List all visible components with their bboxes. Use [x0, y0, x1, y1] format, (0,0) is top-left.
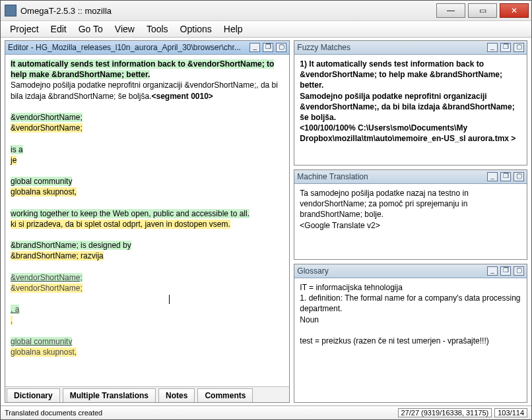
app-icon — [5, 5, 17, 16]
mt-text: Ta samodejno pošilja podatke nazaj na te… — [300, 188, 521, 220]
editor-pane-header[interactable]: Editor - HG_Mozilla_releases_l10n_aurora… — [5, 41, 289, 55]
fuzzy-dock-icon[interactable]: ▢ — [514, 43, 524, 52]
segment-target-text: Samodejno pošilja podatke neprofitni org… — [11, 80, 278, 100]
mt-body[interactable]: Ta samodejno pošilja podatke nazaj na te… — [294, 184, 527, 259]
glossary-minimize-icon[interactable]: _ — [487, 266, 498, 276]
close-button[interactable]: ✕ — [500, 3, 529, 18]
editor-pane-title: Editor - HG_Mozilla_releases_l10n_aurora… — [8, 43, 241, 52]
text-cursor — [169, 295, 170, 304]
segment-target: globalna skupnost, — [11, 187, 77, 196]
workarea: Editor - HG_Mozilla_releases_l10n_aurora… — [1, 38, 531, 405]
menubar: Project Edit Go To View Tools Options He… — [1, 21, 531, 38]
segment-source: is a — [11, 145, 23, 154]
mt-engine: <Google Translate v2> — [300, 220, 521, 231]
segment-source: working together to keep the Web open, p… — [11, 209, 249, 218]
segment-source: &brandShortName; is designed by — [11, 241, 131, 250]
segment-target: ki si prizadeva, da bi splet ostal odprt… — [11, 220, 230, 229]
status-counts: 27/27 (9319/16338, 31175) — [398, 408, 492, 417]
fuzzy-score: <100/100/100% C:\Users\smo\Documents\My … — [300, 123, 521, 144]
glossary-entry: IT = informacijska tehnologija — [300, 282, 521, 293]
fuzzy-target: Samodejno pošilja podatke neprofitni org… — [300, 91, 521, 123]
menu-goto[interactable]: Go To — [73, 22, 108, 36]
mt-pane-title: Machine Translation — [297, 172, 368, 181]
segment-target: &brandShortName; razvija — [11, 251, 104, 260]
segment-source: It automatically sends test information … — [11, 59, 274, 79]
glossary-dock-icon[interactable]: ▢ — [514, 266, 524, 276]
fuzzy-maximize-icon[interactable]: ❐ — [500, 43, 511, 52]
minimize-button[interactable]: — — [436, 3, 465, 18]
fuzzy-body[interactable]: 1) It automatically sends test informati… — [294, 55, 527, 165]
segment-source: global community — [11, 337, 72, 346]
window-title: OmegaT-2.5.3 :: mozilla — [20, 6, 112, 16]
fuzzy-pane-header[interactable]: Fuzzy Matches _ ❐ ▢ — [294, 41, 527, 55]
titlebar: OmegaT-2.5.3 :: mozilla — ▭ ✕ — [1, 1, 531, 21]
statusbar: Translated documents created 27/27 (9319… — [1, 405, 531, 419]
mt-maximize-icon[interactable]: ❐ — [500, 172, 511, 181]
mt-dock-icon[interactable]: ▢ — [514, 172, 524, 181]
window-buttons: — ▭ ✕ — [436, 3, 529, 18]
segment-source: &vendorShortName; — [11, 113, 83, 122]
segment-target: &vendorShortName; — [11, 284, 83, 293]
status-message: Translated documents created — [5, 409, 102, 417]
segment-target: globalna skupnost, — [11, 347, 77, 357]
menu-view[interactable]: View — [110, 22, 140, 36]
glossary-definition: 1. definition: The formal name for a com… — [300, 293, 521, 314]
menu-project[interactable]: Project — [5, 22, 44, 36]
editor-maximize-icon[interactable]: ❐ — [263, 43, 273, 52]
editor-dock-icon[interactable]: ▢ — [276, 43, 286, 52]
mt-pane-header[interactable]: Machine Translation _ ❐ ▢ — [294, 170, 527, 184]
segment-marker: <segment 0010> — [151, 92, 213, 101]
segment-target: , — [11, 316, 13, 325]
fuzzy-minimize-icon[interactable]: _ — [487, 43, 498, 52]
segment-target: je — [11, 156, 17, 165]
glossary-pos: Noun — [300, 315, 521, 325]
fuzzy-source: 1) It automatically sends test informati… — [300, 59, 521, 91]
segment-source: &vendorShortName; — [11, 273, 83, 282]
glossary-pane-header[interactable]: Glossary _ ❐ ▢ — [294, 264, 527, 278]
segment-target: &vendorShortName; — [11, 123, 83, 133]
menu-help[interactable]: Help — [218, 22, 248, 36]
editor-minimize-icon[interactable]: _ — [249, 43, 260, 52]
status-right: 103/114 — [494, 408, 527, 417]
fuzzy-pane-title: Fuzzy Matches — [297, 43, 350, 52]
tab-multiple-translations[interactable]: Multiple Translations — [63, 388, 156, 402]
tab-comments[interactable]: Comments — [197, 388, 253, 402]
segment-source: global community — [11, 177, 72, 186]
maximize-button[interactable]: ▭ — [468, 3, 497, 18]
menu-options[interactable]: Options — [175, 22, 217, 36]
glossary-entry: test = preizkus (razen če ni test umerje… — [300, 336, 521, 346]
menu-tools[interactable]: Tools — [141, 22, 174, 36]
glossary-body[interactable]: IT = informacijska tehnologija 1. defini… — [294, 278, 527, 402]
tab-dictionary[interactable]: Dictionary — [7, 388, 60, 402]
editor-body[interactable]: It automatically sends test information … — [5, 55, 289, 386]
bottom-tabs: Dictionary Multiple Translations Notes C… — [5, 386, 289, 402]
tab-notes[interactable]: Notes — [158, 388, 195, 402]
glossary-maximize-icon[interactable]: ❐ — [500, 266, 511, 276]
glossary-pane-title: Glossary — [297, 266, 328, 276]
segment-source: , a — [11, 305, 19, 314]
menu-edit[interactable]: Edit — [46, 22, 72, 36]
mt-minimize-icon[interactable]: _ — [487, 172, 498, 181]
